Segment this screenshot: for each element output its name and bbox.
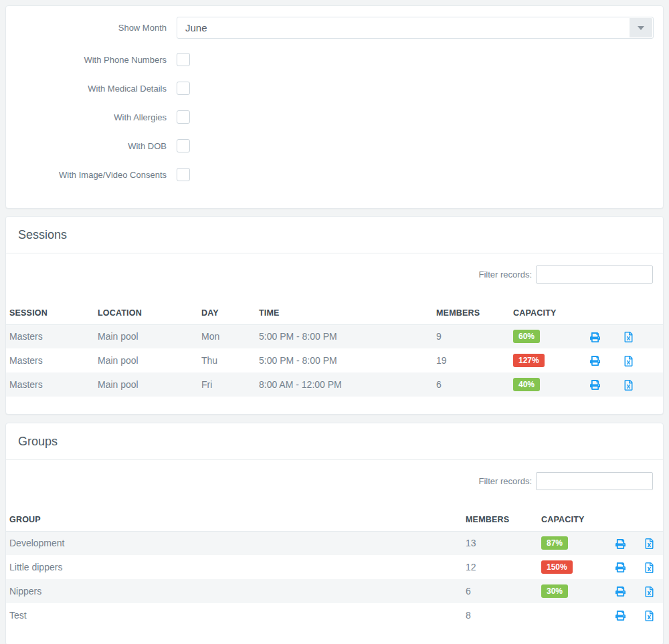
file-excel-icon	[624, 380, 633, 391]
export-excel-button[interactable]	[636, 579, 663, 603]
table-row: Masters Main pool Thu 5:00 PM - 8:00 PM …	[6, 348, 663, 372]
file-excel-icon	[645, 611, 654, 621]
checkbox-row: With DOB	[6, 139, 654, 152]
capacity-badge: 87%	[541, 536, 568, 550]
show-month-label: Show Month	[6, 23, 167, 33]
capacity-cell: 150%	[541, 555, 605, 579]
show-month-select[interactable]: June	[177, 17, 654, 39]
capacity-cell: 87%	[541, 531, 605, 555]
members-cell: 9	[436, 324, 513, 348]
print-icon	[590, 380, 600, 390]
checkbox-rows: With Phone Numbers With Medical Details …	[6, 53, 654, 181]
capacity-badge: 150%	[541, 560, 573, 574]
print-icon	[615, 539, 626, 549]
show-month-value: June	[177, 17, 653, 38]
capacity-badge: 60%	[513, 330, 540, 343]
col-session: SESSION	[6, 302, 98, 324]
location-cell: Main pool	[98, 348, 201, 372]
members-cell: 12	[466, 555, 541, 579]
groups-filter-row: Filter records:	[6, 472, 663, 490]
table-row: Development 13 87%	[6, 531, 663, 555]
export-excel-button[interactable]	[611, 348, 645, 372]
checkbox-label: With Image/Video Consents	[6, 170, 167, 180]
sessions-header-row: SESSION LOCATION DAY TIME MEMBERS CAPACI…	[6, 302, 663, 324]
table-row: Nippers 6 30%	[6, 579, 663, 603]
sessions-filter-row: Filter records:	[6, 265, 663, 284]
checkbox-label: With Allergies	[6, 112, 167, 122]
location-cell: Main pool	[98, 324, 201, 348]
groups-table: GROUP MEMBERS CAPACITY Development 13 87…	[6, 508, 663, 627]
page: Show Month June With Phone Numbers With …	[0, 0, 669, 644]
sessions-filter-input[interactable]	[536, 265, 653, 284]
groups-header-row: GROUP MEMBERS CAPACITY	[6, 508, 663, 531]
col-day: DAY	[201, 302, 259, 324]
groups-filter-label: Filter records:	[479, 476, 532, 486]
table-row: Masters Main pool Mon 5:00 PM - 8:00 PM …	[6, 324, 663, 348]
checkbox-label: With DOB	[6, 141, 167, 151]
group-cell: Test	[6, 603, 466, 627]
print-icon	[590, 332, 600, 342]
sessions-panel: Sessions Filter records: SESSION LOCATIO…	[5, 216, 664, 415]
print-button[interactable]	[578, 372, 611, 397]
table-row: Little dippers 12 150%	[6, 555, 663, 579]
print-button[interactable]	[578, 324, 611, 348]
print-icon	[590, 356, 600, 366]
members-cell: 13	[466, 531, 541, 555]
members-cell: 6	[466, 579, 541, 603]
session-cell: Masters	[6, 348, 98, 372]
col-group: GROUP	[6, 508, 466, 531]
capacity-badge: 127%	[513, 354, 545, 367]
checkbox-row: With Phone Numbers	[6, 53, 654, 66]
groups-panel: Groups Filter records: GROUP MEMBERS CAP…	[5, 423, 664, 644]
time-cell: 5:00 PM - 8:00 PM	[259, 348, 436, 372]
day-cell: Fri	[201, 372, 259, 397]
members-cell: 6	[436, 372, 513, 397]
groups-filter-input[interactable]	[536, 472, 653, 490]
col-capacity: CAPACITY	[513, 302, 578, 324]
time-cell: 8:00 AM - 12:00 PM	[259, 372, 436, 397]
file-excel-icon	[645, 562, 654, 573]
session-cell: Masters	[6, 372, 98, 397]
print-button[interactable]	[605, 555, 636, 579]
checkbox-with-medical-details[interactable]	[177, 82, 190, 95]
print-button[interactable]	[605, 579, 636, 603]
checkbox-label: With Medical Details	[6, 84, 167, 94]
capacity-badge: 40%	[513, 378, 540, 391]
filters-panel: Show Month June With Phone Numbers With …	[5, 5, 664, 209]
capacity-cell: 40%	[513, 372, 578, 397]
checkbox-with-dob[interactable]	[177, 139, 190, 152]
checkbox-row: With Allergies	[6, 110, 654, 124]
day-cell: Mon	[201, 324, 259, 348]
groups-title: Groups	[6, 423, 663, 460]
print-icon	[615, 562, 626, 572]
export-excel-button[interactable]	[611, 324, 645, 348]
checkbox-label: With Phone Numbers	[6, 55, 167, 65]
chevron-down-icon[interactable]	[630, 18, 652, 37]
checkbox-with-phone-numbers[interactable]	[177, 53, 190, 66]
print-icon	[615, 611, 626, 621]
table-row: Masters Main pool Fri 8:00 AM - 12:00 PM…	[6, 372, 663, 397]
capacity-cell	[541, 603, 605, 627]
capacity-badge: 30%	[541, 584, 568, 598]
file-excel-icon	[645, 586, 654, 597]
group-cell: Little dippers	[6, 555, 466, 579]
location-cell: Main pool	[98, 372, 201, 397]
capacity-cell: 30%	[541, 579, 605, 603]
checkbox-with-image-video-consents[interactable]	[177, 168, 190, 181]
members-cell: 19	[436, 348, 513, 372]
print-button[interactable]	[578, 348, 611, 372]
members-cell: 8	[466, 603, 541, 627]
export-excel-button[interactable]	[636, 603, 663, 627]
checkbox-with-allergies[interactable]	[177, 110, 190, 124]
print-icon	[615, 586, 626, 597]
sessions-table: SESSION LOCATION DAY TIME MEMBERS CAPACI…	[6, 302, 663, 397]
col-location: LOCATION	[98, 302, 201, 324]
print-button[interactable]	[605, 603, 636, 627]
export-excel-button[interactable]	[636, 555, 663, 579]
col-time: TIME	[259, 302, 436, 324]
export-excel-button[interactable]	[636, 531, 663, 555]
sessions-filter-label: Filter records:	[479, 270, 532, 280]
export-excel-button[interactable]	[611, 372, 645, 397]
print-button[interactable]	[605, 531, 636, 555]
session-cell: Masters	[6, 324, 98, 348]
